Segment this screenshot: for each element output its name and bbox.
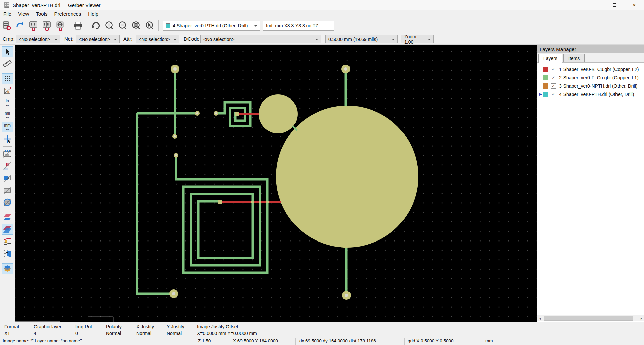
zoom-fit-button[interactable] xyxy=(129,19,143,32)
large-pad-circle xyxy=(276,106,418,248)
ruler-icon xyxy=(3,59,12,68)
open-job-file-button[interactable] xyxy=(54,19,67,32)
layer-label[interactable]: 3 Shaper_ver0-NPTH.drl (Other, Drill) xyxy=(559,83,637,89)
layer-color-swatch[interactable] xyxy=(543,75,548,80)
units-inches-button[interactable]: in↔ xyxy=(2,97,13,108)
attr-select[interactable]: <No selection> xyxy=(136,35,179,43)
layer-visibility-checkbox[interactable]: ✓ xyxy=(551,92,556,97)
flip-view-button[interactable] xyxy=(2,248,13,259)
active-layer-select[interactable]: 4 Shaper_ver0-PTH.drl (Other, Drill) xyxy=(163,21,260,31)
net-select[interactable]: <No selection> xyxy=(76,35,120,43)
dcode-select[interactable]: <No selection> xyxy=(200,35,321,43)
redraw-button[interactable] xyxy=(89,19,103,32)
scrollbar-thumb[interactable] xyxy=(544,316,633,321)
chevron-down-icon xyxy=(254,25,257,27)
status-separator xyxy=(482,338,482,345)
sketch-lines-button[interactable] xyxy=(2,161,13,171)
clear-all-layers-button[interactable] xyxy=(0,19,13,32)
menu-preferences[interactable]: Preferences xyxy=(51,10,85,17)
chevron-down-icon xyxy=(428,39,431,40)
check-icon: ✓ xyxy=(552,75,555,80)
minimize-icon xyxy=(594,5,597,5)
layer-label[interactable]: 4 Shaper_ver0-PTH.drl (Other, Drill) xyxy=(559,92,634,97)
layer-visibility-checkbox[interactable]: ✓ xyxy=(551,83,556,89)
cmp-select[interactable]: <No selection> xyxy=(16,35,60,43)
negative-objects-icon xyxy=(3,186,12,195)
zoom-level-select[interactable]: Zoom 1.00 xyxy=(401,35,434,43)
layer-row-1[interactable]: ✓ 1 Shaper_ver0-B_Cu.gbr (Copper, L2) xyxy=(537,65,644,73)
open-gerber-files-button[interactable] xyxy=(27,19,40,32)
sketch-polygons-button[interactable] xyxy=(2,173,13,184)
large-spiral-center-pad xyxy=(218,200,222,204)
layers-manager-toggle-button[interactable] xyxy=(2,263,13,274)
scroll-left-icon[interactable]: ◂ xyxy=(537,317,543,320)
check-icon: ✓ xyxy=(552,92,555,97)
close-button[interactable]: ✕ xyxy=(625,0,644,10)
zoom-fit-icon xyxy=(131,21,141,31)
dcodes-icon: D1 xyxy=(3,198,12,207)
units-mm-icon: mm↔ xyxy=(4,124,11,131)
layer-row-4[interactable]: ▶ ✓ 4 Shaper_ver0-PTH.drl (Other, Drill) xyxy=(537,90,644,98)
layer-color-swatch[interactable] xyxy=(543,92,548,97)
measure-tool-button[interactable] xyxy=(2,58,13,69)
tab-items[interactable]: Items xyxy=(563,54,585,62)
crosshair-cursor-icon xyxy=(3,135,12,143)
units-mils-button[interactable]: mil↔ xyxy=(2,110,13,120)
gerber-viewer-window: Shaper_ver0-PTH.drl — Gerber Viewer ✕ Fi… xyxy=(0,0,644,345)
large-square-spiral xyxy=(176,155,267,273)
zoom-selection-button[interactable] xyxy=(143,19,156,32)
zoom-level-value: Zoom 1.00 xyxy=(404,34,426,45)
overlap-mark xyxy=(259,201,261,203)
field-format: FormatX1 xyxy=(4,323,19,337)
sketch-flashed-items-button[interactable] xyxy=(2,149,13,159)
layer-row-3[interactable]: ✓ 3 Shaper_ver0-NPTH.drl (Other, Drill) xyxy=(537,82,644,90)
grid-visibility-button[interactable] xyxy=(2,73,13,84)
zoom-out-icon xyxy=(118,21,128,31)
menu-help[interactable]: Help xyxy=(85,10,102,17)
layer-visibility-checkbox[interactable]: ✓ xyxy=(551,75,556,80)
menu-view[interactable]: View xyxy=(15,10,32,17)
menu-file[interactable]: File xyxy=(0,10,15,17)
menu-tools[interactable]: Tools xyxy=(32,10,51,17)
format-info-field[interactable]: fmt: mm X3.3 Y3.3 no TZ xyxy=(263,21,334,31)
highlight-nets-button[interactable] xyxy=(2,236,13,247)
layer-label[interactable]: 1 Shaper_ver0-B_Cu.gbr (Copper, L2) xyxy=(559,67,639,72)
open-drill-files-button[interactable] xyxy=(40,19,54,32)
units-mm-button[interactable]: mm↔ xyxy=(2,122,13,132)
show-negative-objects-button[interactable] xyxy=(2,185,13,196)
toolbar-separator xyxy=(3,210,12,210)
status-relative-position: dx 69.5000 dy 164.0000 dist 178.1186 xyxy=(299,338,376,343)
layer-row-2[interactable]: ✓ 2 Shaper_ver0-F_Cu.gbr (Copper, L1) xyxy=(537,73,644,82)
gerber-canvas[interactable] xyxy=(15,45,537,322)
layer-color-swatch[interactable] xyxy=(543,67,548,72)
cursor-shape-button[interactable] xyxy=(2,134,13,144)
sketch-lines-icon xyxy=(3,162,12,170)
toolbar-separator xyxy=(87,20,87,31)
polar-coords-button[interactable]: r θ xyxy=(2,85,13,96)
show-dcodes-button[interactable]: D1 xyxy=(2,197,13,208)
redraw-icon xyxy=(91,21,101,31)
maximize-button[interactable] xyxy=(605,0,625,10)
grid-size-select[interactable]: 0.5000 mm (19.69 mils) xyxy=(325,35,398,43)
layers-diff-mode-button[interactable] xyxy=(2,212,13,223)
tab-layers[interactable]: Layers xyxy=(538,54,562,63)
minimize-button[interactable] xyxy=(586,0,605,10)
layers-panel-hscrollbar[interactable]: ◂ ▸ xyxy=(537,315,644,321)
zoom-in-button[interactable] xyxy=(103,19,116,32)
select-tool-button[interactable] xyxy=(2,46,13,57)
zoom-out-button[interactable] xyxy=(116,19,129,32)
current-layer-marker-icon: ▶ xyxy=(538,92,543,96)
layer-visibility-checkbox[interactable]: ✓ xyxy=(551,67,556,72)
cmp-select-value: <No selection> xyxy=(19,37,50,42)
app-icon xyxy=(3,2,10,8)
chevron-down-icon xyxy=(114,39,117,40)
layers-stacked-mode-button[interactable] xyxy=(2,224,13,235)
svg-text:r: r xyxy=(5,88,6,91)
layers-manager-title: Layers Manager xyxy=(540,46,576,52)
scroll-right-icon[interactable]: ▸ xyxy=(639,317,644,320)
layer-color-swatch[interactable] xyxy=(543,83,548,89)
print-button[interactable] xyxy=(71,19,85,32)
layer-label[interactable]: 2 Shaper_ver0-F_Cu.gbr (Copper, L1) xyxy=(559,75,639,80)
small-spiral-center-pad xyxy=(235,112,239,116)
reload-all-layers-button[interactable] xyxy=(13,19,27,32)
